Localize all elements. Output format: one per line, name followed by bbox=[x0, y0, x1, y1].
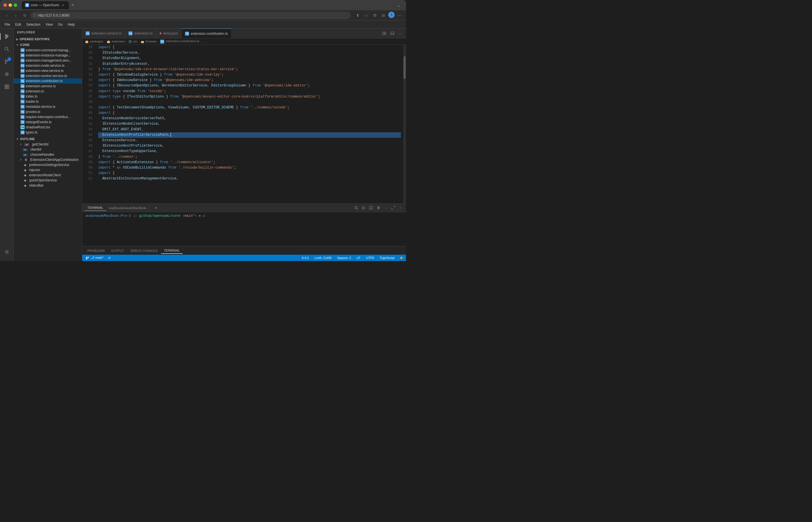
file-types[interactable]: TS types.ts bbox=[14, 130, 82, 135]
file-extension-node-service[interactable]: TS extension-node.service.ts bbox=[14, 63, 82, 68]
activity-source-control[interactable]: 1 bbox=[1, 56, 13, 67]
split-terminal-button[interactable]: ⊟ bbox=[360, 205, 367, 211]
outline-injector[interactable]: ◈ injector bbox=[14, 167, 82, 173]
status-indicator-dot bbox=[400, 257, 403, 259]
split-view-button[interactable]: ⊟ bbox=[380, 12, 387, 19]
add-terminal-button[interactable]: + bbox=[153, 204, 159, 212]
tab-menu-button[interactable]: ⌄ bbox=[397, 3, 403, 8]
maximize-button[interactable] bbox=[14, 3, 17, 7]
reload-button[interactable]: ↻ bbox=[21, 12, 28, 19]
outline-preferenceSettingsService[interactable]: ◈ preferenceSettingsService bbox=[14, 162, 82, 167]
share-button[interactable]: ⬆ bbox=[354, 12, 362, 19]
extensions-button[interactable]: ⧉ bbox=[371, 12, 379, 19]
terminal-tab-instance[interactable]: kw@wudanwudeMacBook... bbox=[106, 205, 151, 211]
breadcrumb-browser[interactable]: browser bbox=[141, 40, 157, 43]
file-extension-worker-service[interactable]: TS extension-worker.service.ts bbox=[14, 73, 82, 78]
outline-extensionNodeClient[interactable]: ◈ extensionNodeClient bbox=[14, 173, 82, 178]
menu-file[interactable]: File bbox=[2, 22, 12, 27]
menu-help[interactable]: Help bbox=[65, 22, 77, 27]
file-extension-instance-manage[interactable]: TS extension-instance-manage... bbox=[14, 53, 82, 58]
file-extension-service[interactable]: TS extension.service.ts bbox=[14, 84, 82, 89]
tab-extension-service[interactable]: TS extension.service.ts bbox=[82, 28, 125, 39]
file-shadowRoot[interactable]: TS shadowRoot.tsx bbox=[14, 125, 82, 130]
split-editor-button[interactable] bbox=[381, 30, 388, 37]
status-version[interactable]: 4.4.2 bbox=[301, 256, 310, 260]
outline-clientId[interactable]: [◉] clientId bbox=[14, 147, 82, 152]
outline-quickOpenService[interactable]: ◈ quickOpenService bbox=[14, 178, 82, 183]
tab-lerna-json[interactable]: lerna.json bbox=[156, 28, 181, 39]
outline-ExtensionClientAppContribution[interactable]: ▼ ⚙ ExtensionClientAppContribution bbox=[14, 157, 82, 162]
more-button[interactable]: ⋯ bbox=[396, 12, 403, 19]
status-encoding[interactable]: UTF8 bbox=[365, 256, 375, 260]
activity-explorer[interactable] bbox=[1, 31, 13, 42]
kill-terminal-button[interactable] bbox=[368, 205, 374, 211]
terminal-content[interactable]: wudanwudeMacBook-Pro-3 :: github/opensum… bbox=[82, 212, 406, 246]
file-extension-contribution[interactable]: TS extension.contribution.ts bbox=[14, 78, 82, 84]
activity-settings[interactable] bbox=[1, 246, 13, 258]
tab-close-button[interactable]: ✕ bbox=[61, 3, 65, 7]
terminal-tab-terminal[interactable]: TERMINAL bbox=[84, 205, 106, 211]
file-extension[interactable]: TS extension.ts bbox=[14, 89, 82, 94]
status-branch[interactable]: ⎇ main* bbox=[84, 256, 104, 260]
more-terminal-button[interactable]: ··· bbox=[383, 205, 389, 211]
back-button[interactable]: ‹ bbox=[3, 12, 10, 19]
more-actions-button[interactable]: ··· bbox=[397, 30, 404, 37]
outline-section-header[interactable]: ▼ OUTLINE bbox=[14, 136, 82, 142]
file-extension-view-service[interactable]: TS extension-view.service.ts bbox=[14, 68, 82, 73]
menu-view[interactable]: View bbox=[43, 22, 55, 27]
opened-editors-section[interactable]: ▶ OPENED EDITORS bbox=[14, 36, 82, 42]
activity-debug[interactable] bbox=[1, 68, 13, 80]
maximize-terminal-button[interactable] bbox=[390, 205, 396, 211]
activity-extensions[interactable] bbox=[1, 81, 13, 93]
svg-point-8 bbox=[5, 62, 6, 64]
new-tab-button[interactable]: + bbox=[69, 1, 77, 9]
core-section-header[interactable]: ▼ CORE bbox=[14, 42, 82, 48]
file-metadata-service[interactable]: TS metadata.service.ts bbox=[14, 104, 82, 109]
tab-extension-contribution[interactable]: TS extension.contribution.ts bbox=[181, 28, 231, 39]
outline-getClientId[interactable]: ▼ [◉] getClientId bbox=[14, 142, 82, 147]
file-loader[interactable]: TS loader.ts bbox=[14, 99, 82, 104]
breadcrumb-file[interactable]: TS extension.contribution.ts bbox=[160, 39, 199, 43]
breadcrumb-more[interactable]: ... bbox=[203, 40, 205, 43]
breadcrumb-src[interactable]: src bbox=[129, 40, 138, 43]
file-proxies[interactable]: TS proxies.ts bbox=[14, 109, 82, 114]
editor-scrollbar[interactable] bbox=[403, 45, 406, 203]
outline-channelHandler[interactable]: [◉] channelHandler bbox=[14, 152, 82, 157]
url-bar[interactable]: ⓘ http://127.0.0.1:8080 bbox=[30, 12, 351, 19]
file-extension-management-serv[interactable]: TS extension-management.serv... bbox=[14, 58, 82, 63]
status-position[interactable]: Ln44, Col36 bbox=[313, 256, 332, 260]
close-button[interactable] bbox=[3, 3, 7, 7]
status-eol[interactable]: LF bbox=[356, 256, 362, 260]
status-spaces[interactable]: Spaces: 2 bbox=[336, 256, 352, 260]
code-content[interactable]: import { IStatusBarService, StatusBarAli… bbox=[96, 45, 403, 203]
delete-terminal-button[interactable]: 🗑 bbox=[375, 205, 382, 211]
status-dot[interactable] bbox=[399, 256, 404, 260]
breadcrumb-packages[interactable]: packages bbox=[85, 40, 103, 43]
file-require-interceptor[interactable]: TS require-interceptor.contribut... bbox=[14, 114, 82, 120]
file-extension-command-manag[interactable]: TS extension-command-manag... bbox=[14, 48, 82, 53]
minimize-button[interactable] bbox=[8, 3, 12, 7]
tab-terminal[interactable]: TERMINAL bbox=[161, 247, 183, 254]
menu-edit[interactable]: Edit bbox=[13, 22, 23, 27]
toggle-panel-button[interactable] bbox=[389, 30, 396, 37]
scrollbar-thumb[interactable] bbox=[403, 56, 406, 79]
menu-selection[interactable]: Selection bbox=[24, 22, 42, 27]
menu-go[interactable]: Go bbox=[56, 22, 65, 27]
tab-output[interactable]: OUTPUT bbox=[108, 248, 127, 254]
outline-statusBar[interactable]: ◈ statusBar bbox=[14, 183, 82, 188]
breadcrumb-extension[interactable]: extension bbox=[107, 40, 125, 43]
tab-extension[interactable]: TS extension.ts bbox=[125, 28, 156, 39]
activity-search[interactable] bbox=[1, 43, 13, 55]
status-sync[interactable]: ↺ bbox=[107, 256, 112, 260]
file-retargetEvents[interactable]: TS retargetEvents.ts bbox=[14, 120, 82, 125]
profile-button[interactable]: 👤 bbox=[388, 12, 394, 18]
minimize-terminal-button[interactable]: − bbox=[398, 205, 404, 211]
file-index[interactable]: TS index.ts bbox=[14, 94, 82, 99]
tab-problems[interactable]: PROBLEMS bbox=[84, 248, 108, 254]
search-terminal-button[interactable] bbox=[353, 205, 359, 211]
browser-tab[interactable]: core — OpenSumi ✕ bbox=[22, 1, 69, 9]
status-language[interactable]: TypeScript bbox=[379, 256, 396, 260]
forward-button[interactable]: › bbox=[12, 12, 19, 19]
bookmark-button[interactable]: ☆ bbox=[363, 12, 370, 19]
tab-debug-console[interactable]: DEBUG CONSOLE bbox=[127, 248, 160, 254]
